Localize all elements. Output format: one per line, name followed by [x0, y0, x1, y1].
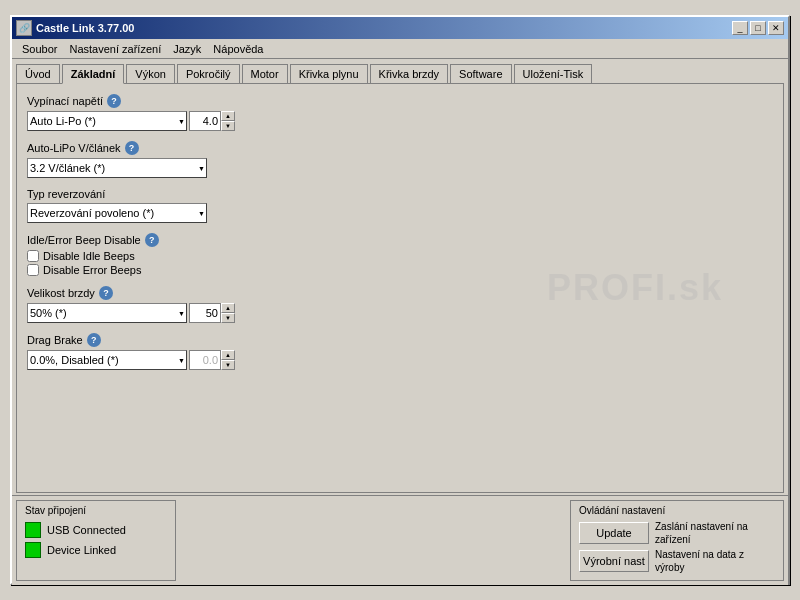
- tab-bar: Úvod Základní Výkon Pokročilý Motor Křiv…: [12, 59, 788, 83]
- velikost-brzdy-dropdown[interactable]: 50% (*): [27, 303, 187, 323]
- drag-brake-dropdown[interactable]: 0.0%, Disabled (*): [27, 350, 187, 370]
- disable-idle-beeps-row: Disable Idle Beeps: [27, 250, 773, 262]
- connection-status-group: Stav připojení USB Connected Device Link…: [16, 500, 176, 581]
- drag-brake-spin-input[interactable]: [189, 350, 221, 370]
- device-led: [25, 542, 41, 558]
- drag-brake-spin-up[interactable]: ▲: [221, 350, 235, 360]
- menu-soubor[interactable]: Soubor: [16, 41, 63, 57]
- section-drag-brake: Drag Brake ? 0.0%, Disabled (*) ▲ ▼: [27, 333, 773, 370]
- update-row: Update Zaslání nastavení na zařízení: [579, 520, 775, 546]
- velikost-brzdy-dropdown-wrapper: 50% (*): [27, 303, 187, 323]
- disable-error-checkbox[interactable]: [27, 264, 39, 276]
- maximize-button[interactable]: □: [750, 21, 766, 35]
- tab-software[interactable]: Software: [450, 64, 511, 84]
- velikost-brzdy-label: Velikost brzdy: [27, 287, 95, 299]
- tab-zakladni[interactable]: Základní: [62, 64, 125, 84]
- tab-pokrocily[interactable]: Pokročilý: [177, 64, 240, 84]
- vypinaci-napeti-spin-down[interactable]: ▼: [221, 121, 235, 131]
- vypinaci-napeti-help[interactable]: ?: [107, 94, 121, 108]
- usb-status-item: USB Connected: [25, 522, 167, 538]
- update-button[interactable]: Update: [579, 522, 649, 544]
- tab-vykon[interactable]: Výkon: [126, 64, 175, 84]
- status-bar: Stav připojení USB Connected Device Link…: [12, 495, 788, 585]
- section-auto-lipo: Auto-LiPo V/článek ? 3.2 V/článek (*): [27, 141, 773, 178]
- vypinaci-napeti-spin-input[interactable]: [189, 111, 221, 131]
- menu-napoveda[interactable]: Nápověda: [207, 41, 269, 57]
- auto-lipo-dropdown-wrapper: 3.2 V/článek (*): [27, 158, 207, 178]
- connection-title: Stav připojení: [25, 505, 167, 516]
- disable-error-label: Disable Error Beeps: [43, 264, 141, 276]
- tab-motor[interactable]: Motor: [242, 64, 288, 84]
- disable-error-beeps-row: Disable Error Beeps: [27, 264, 773, 276]
- title-bar: 🔗 Castle Link 3.77.00 _ □ ✕: [12, 17, 788, 39]
- menu-nastaveni[interactable]: Nastavení zařízení: [63, 41, 167, 57]
- tab-krivka-brzdy[interactable]: Křivka brzdy: [370, 64, 449, 84]
- menu-jazyk[interactable]: Jazyk: [167, 41, 207, 57]
- section-vypinaci-napeti: Vypínací napětí ? Auto Li-Po (*) ▲ ▼: [27, 94, 773, 131]
- minimize-button[interactable]: _: [732, 21, 748, 35]
- velikost-brzdy-spin-input[interactable]: [189, 303, 221, 323]
- tab-uvod[interactable]: Úvod: [16, 64, 60, 84]
- auto-lipo-dropdown[interactable]: 3.2 V/článek (*): [27, 158, 207, 178]
- drag-brake-help[interactable]: ?: [87, 333, 101, 347]
- velikost-brzdy-spin-group: ▲ ▼: [189, 303, 235, 323]
- device-label: Device Linked: [47, 544, 116, 556]
- section-velikost-brzdy: Velikost brzdy ? 50% (*) ▲ ▼: [27, 286, 773, 323]
- vyrobni-button[interactable]: Výrobní nast: [579, 550, 649, 572]
- typ-reverzovani-dropdown[interactable]: Reverzování povoleno (*): [27, 203, 207, 223]
- vypinaci-napeti-dropdown-wrapper: Auto Li-Po (*): [27, 111, 187, 131]
- typ-reverzovani-dropdown-wrapper: Reverzování povoleno (*): [27, 203, 207, 223]
- drag-brake-spin-down[interactable]: ▼: [221, 360, 235, 370]
- velikost-brzdy-spin-down[interactable]: ▼: [221, 313, 235, 323]
- vyrobni-row: Výrobní nast Nastavení na data z výroby: [579, 548, 775, 574]
- velikost-brzdy-help[interactable]: ?: [99, 286, 113, 300]
- drag-brake-dropdown-wrapper: 0.0%, Disabled (*): [27, 350, 187, 370]
- app-icon: 🔗: [16, 20, 32, 36]
- control-group: Ovládání nastavení Update Zaslání nastav…: [570, 500, 784, 581]
- usb-label: USB Connected: [47, 524, 126, 536]
- disable-idle-checkbox[interactable]: [27, 250, 39, 262]
- drag-brake-spin-group: ▲ ▼: [189, 350, 235, 370]
- typ-reverzovani-label: Typ reverzování: [27, 188, 105, 200]
- disable-idle-label: Disable Idle Beeps: [43, 250, 135, 262]
- auto-lipo-label: Auto-LiPo V/článek: [27, 142, 121, 154]
- content-area: PROFI.sk Vypínací napětí ? Auto Li-Po (*…: [16, 83, 784, 493]
- control-title: Ovládání nastavení: [579, 505, 775, 516]
- vypinaci-napeti-spin-group: ▲ ▼: [189, 111, 235, 131]
- main-window: 🔗 Castle Link 3.77.00 _ □ ✕ Soubor Nasta…: [10, 15, 790, 585]
- tab-krivka-plynu[interactable]: Křivka plynu: [290, 64, 368, 84]
- vyrobni-desc: Nastavení na data z výroby: [655, 548, 775, 574]
- close-button[interactable]: ✕: [768, 21, 784, 35]
- idle-error-beep-help[interactable]: ?: [145, 233, 159, 247]
- idle-error-beep-label: Idle/Error Beep Disable: [27, 234, 141, 246]
- velikost-brzdy-spin-up[interactable]: ▲: [221, 303, 235, 313]
- usb-led: [25, 522, 41, 538]
- vypinaci-napeti-spin-up[interactable]: ▲: [221, 111, 235, 121]
- drag-brake-label: Drag Brake: [27, 334, 83, 346]
- tab-ulozeni-tisk[interactable]: Uložení-Tisk: [514, 64, 593, 84]
- section-typ-reverzovani: Typ reverzování Reverzování povoleno (*): [27, 188, 773, 223]
- vypinaci-napeti-dropdown[interactable]: Auto Li-Po (*): [27, 111, 187, 131]
- device-status-item: Device Linked: [25, 542, 167, 558]
- update-desc: Zaslání nastavení na zařízení: [655, 520, 775, 546]
- auto-lipo-help[interactable]: ?: [125, 141, 139, 155]
- vypinaci-napeti-label: Vypínací napětí: [27, 95, 103, 107]
- window-title: Castle Link 3.77.00: [36, 22, 134, 34]
- menu-bar: Soubor Nastavení zařízení Jazyk Nápověda: [12, 39, 788, 59]
- section-idle-error-beep: Idle/Error Beep Disable ? Disable Idle B…: [27, 233, 773, 276]
